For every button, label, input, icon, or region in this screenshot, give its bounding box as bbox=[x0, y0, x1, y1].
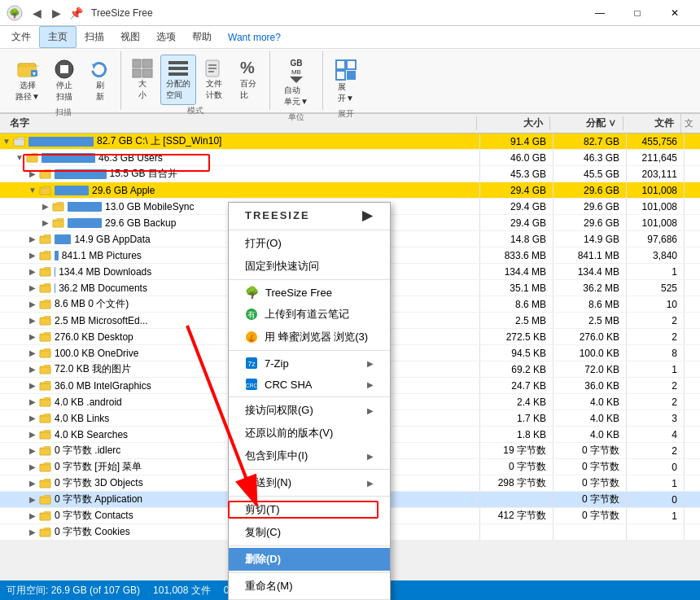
menu-home[interactable]: 主页 bbox=[39, 26, 77, 48]
svg-rect-26 bbox=[14, 139, 24, 146]
pin-button[interactable]: 📌 bbox=[67, 4, 85, 22]
select-path-button[interactable]: ▼ 选择路径▼ bbox=[10, 55, 46, 107]
tree-expander[interactable]: ▶ bbox=[26, 314, 39, 327]
maximize-button[interactable]: □ bbox=[619, 0, 656, 26]
col-alloc-header[interactable]: 分配 ∨ bbox=[550, 116, 623, 130]
tree-expander[interactable]: ▶ bbox=[26, 396, 39, 409]
tree-expander[interactable]: ▶ bbox=[26, 477, 39, 490]
col-size-header[interactable]: 大小 bbox=[477, 116, 550, 130]
tree-cell-size: 29.4 GB bbox=[480, 199, 553, 214]
back-button[interactable]: ◀ bbox=[28, 4, 46, 22]
tree-expander[interactable]: ▼ bbox=[13, 151, 26, 164]
tree-expander[interactable]: ▶ bbox=[26, 265, 39, 278]
stop-scan-button[interactable]: 停止扫描 bbox=[47, 55, 81, 107]
row-name-text: 276.0 KB Desktop bbox=[55, 331, 133, 343]
tree-expander[interactable]: ▶ bbox=[39, 217, 52, 230]
cm-crc[interactable]: CRC CRC SHA bbox=[229, 374, 390, 395]
tree-cell-extra bbox=[684, 134, 700, 149]
svg-rect-23 bbox=[347, 60, 356, 69]
cm-copy[interactable]: 复制(C) bbox=[229, 521, 390, 544]
menu-file[interactable]: 文件 bbox=[3, 27, 39, 47]
percent-button[interactable]: % 百分比 bbox=[232, 55, 265, 105]
tree-expander[interactable]: ▶ bbox=[26, 282, 39, 295]
cm-sendto[interactable]: 发送到(N) bbox=[229, 471, 390, 494]
svg-rect-28 bbox=[40, 172, 50, 178]
tree-cell-files: 1 bbox=[627, 264, 684, 279]
tree-expander[interactable]: ▶ bbox=[26, 412, 39, 425]
tree-cell-extra bbox=[684, 215, 700, 230]
free-space: 可用空间: 26.9 GB (of 107 GB) bbox=[7, 584, 140, 598]
auto-unit-button[interactable]: GB MB 自动单元▼ bbox=[275, 55, 317, 112]
tree-expander[interactable]: ▶ bbox=[26, 461, 39, 474]
tree-cell-size: 412 字节数 bbox=[480, 508, 553, 523]
tree-expander[interactable]: ▶ bbox=[26, 233, 39, 246]
tree-cell-size: 19 字节数 bbox=[480, 443, 553, 458]
tree-expander[interactable]: ▶ bbox=[26, 428, 39, 441]
file-count-button[interactable]: 文件计数 bbox=[198, 55, 230, 105]
tree-cell-extra bbox=[684, 524, 700, 540]
svg-rect-45 bbox=[40, 449, 50, 455]
tree-cell-name: ▼ 46.3 GB Users bbox=[0, 150, 480, 165]
tree-expander[interactable]: ▶ bbox=[26, 347, 39, 360]
menu-options[interactable]: 选项 bbox=[148, 27, 184, 47]
tree-expander[interactable]: ▼ bbox=[0, 135, 13, 148]
tree-row[interactable]: ▼ 29.6 GB Apple29.4 GB29.6 GB101,008 bbox=[0, 182, 700, 199]
close-button[interactable]: ✕ bbox=[656, 0, 693, 26]
tree-row[interactable]: ▼ 82.7 GB C:\ 上 [SSD_Win10]91.4 GB82.7 G… bbox=[0, 134, 700, 150]
tree-cell-extra bbox=[684, 410, 700, 426]
expand-button[interactable]: 展开▼ bbox=[328, 55, 364, 108]
col-extra-header: 文 bbox=[680, 114, 697, 133]
cm-include[interactable]: 包含到库中(I) bbox=[229, 445, 390, 467]
row-name-text: 46.3 GB Users bbox=[98, 152, 163, 164]
cm-cut[interactable]: 剪切(T) bbox=[229, 498, 390, 521]
cm-access[interactable]: 接访问权限(G) bbox=[229, 399, 390, 422]
svg-text:有: 有 bbox=[247, 310, 256, 319]
alloc-mode-button[interactable]: 分配的空间 bbox=[160, 55, 196, 105]
menu-help[interactable]: 帮助 bbox=[184, 27, 220, 47]
menu-view[interactable]: 视图 bbox=[112, 27, 148, 47]
cm-restore[interactable]: 还原以前的版本(V) bbox=[229, 422, 390, 445]
tree-expander[interactable]: ▶ bbox=[26, 526, 39, 539]
tree-expander[interactable]: ▼ bbox=[26, 184, 39, 197]
col-files-header[interactable]: 文件 bbox=[623, 116, 680, 130]
row-name-text: 134.4 MB Downloads bbox=[59, 266, 151, 278]
nav-buttons: ◀ ▶ 📌 bbox=[28, 4, 85, 22]
svg-rect-32 bbox=[40, 237, 50, 243]
row-name-text: 4.0 KB Searches bbox=[55, 429, 128, 440]
tree-expander[interactable]: ▶ bbox=[26, 298, 39, 311]
row-name-text: 14.9 GB AppData bbox=[74, 234, 150, 245]
minimize-button[interactable]: — bbox=[581, 0, 619, 26]
tree-cell-files: 3 bbox=[627, 410, 684, 426]
col-name-header[interactable]: 名字 bbox=[3, 116, 477, 130]
tree-cell-alloc: 4.0 KB bbox=[553, 427, 627, 442]
tree-expander[interactable]: ▶ bbox=[26, 445, 39, 458]
cm-7zip[interactable]: 7z 7-Zip bbox=[229, 353, 390, 374]
tree-cell-files bbox=[627, 524, 684, 540]
cm-pin[interactable]: 固定到快速访问 bbox=[229, 255, 390, 278]
cm-open[interactable]: 打开(O) bbox=[229, 232, 390, 255]
tree-cell-extra bbox=[684, 313, 700, 328]
menu-scan[interactable]: 扫描 bbox=[77, 27, 112, 47]
cm-delete[interactable]: 删除(D) bbox=[229, 548, 390, 571]
cm-browser[interactable]: 🍯 用 蜂蜜浏览器 浏览(3) bbox=[229, 326, 390, 348]
tree-expander[interactable]: ▶ bbox=[26, 168, 39, 181]
tree-expander[interactable]: ▶ bbox=[26, 331, 39, 344]
tree-expander[interactable]: ▶ bbox=[26, 493, 39, 506]
menu-want-more[interactable]: Want more? bbox=[220, 28, 289, 46]
cm-rename[interactable]: 重命名(M) bbox=[229, 575, 390, 598]
row-name-text: 0 字节数 .idlerc bbox=[55, 444, 120, 458]
tree-cell-extra bbox=[684, 394, 700, 409]
tree-expander[interactable]: ▶ bbox=[26, 363, 39, 376]
tree-expander[interactable]: ▶ bbox=[26, 249, 39, 262]
cm-upload[interactable]: 有 上传到有道云笔记 bbox=[229, 303, 390, 326]
refresh-button[interactable]: 刷新 bbox=[83, 55, 117, 107]
tree-row[interactable]: ▶ 15.5 GB 目合并45.3 GB45.5 GB203,111 bbox=[0, 166, 700, 182]
tree-expander[interactable]: ▶ bbox=[26, 379, 39, 392]
cm-treesize[interactable]: 🌳 TreeSize Free bbox=[229, 282, 390, 303]
tree-expander[interactable]: ▶ bbox=[26, 510, 39, 523]
row-name-text: 36.0 MB IntelGraphics bbox=[55, 380, 151, 392]
tree-expander[interactable]: ▶ bbox=[39, 200, 52, 213]
forward-button[interactable]: ▶ bbox=[47, 4, 65, 22]
size-mode-button[interactable]: 大小 bbox=[126, 55, 159, 105]
tree-row[interactable]: ▼ 46.3 GB Users46.0 GB46.3 GB211,645 bbox=[0, 150, 700, 166]
